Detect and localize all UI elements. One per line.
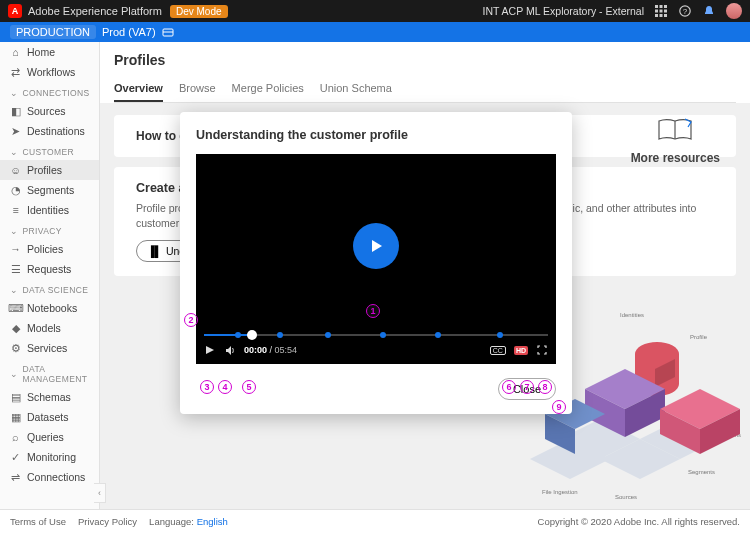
sidebar-item-label: Workflows [27,66,75,78]
left-nav: ⌂Home ⇄Workflows ⌄CONNECTIONS ◧Sources ➤… [0,42,100,509]
chevron-down-icon: ⌄ [10,147,18,157]
sidebar-item-label: Requests [27,263,71,275]
models-icon: ◆ [10,323,21,334]
svg-rect-2 [664,5,667,8]
tab-browse[interactable]: Browse [179,76,216,102]
sidebar-item-label: Destinations [27,125,85,137]
chapter-marker[interactable] [325,332,331,338]
play-icon [367,237,385,255]
footer-language[interactable]: Language: English [149,516,228,527]
captions-button[interactable]: CC [490,346,506,355]
sidebar-item-profiles[interactable]: ☺Profiles [0,160,99,180]
play-small-icon[interactable] [204,344,216,356]
sidebar-item-destinations[interactable]: ➤Destinations [0,121,99,141]
sidebar-item-requests[interactable]: ☰Requests [0,259,99,279]
callout-7: 7 [520,380,534,394]
sidebar-item-policies[interactable]: →Policies [0,239,99,259]
svg-rect-1 [660,5,663,8]
page-title: Profiles [114,52,736,68]
svg-rect-0 [655,5,658,8]
sidebar-group-datascience[interactable]: ⌄DATA SCIENCE [0,279,99,298]
sandbox-icon [162,26,174,38]
sidebar-group-connections[interactable]: ⌄CONNECTIONS [0,82,99,101]
sidebar-item-datasets[interactable]: ▦Datasets [0,407,99,427]
callout-1: 1 [366,304,380,318]
profiles-icon: ☺ [10,165,21,176]
sources-icon: ◧ [10,106,21,117]
sidebar-item-monitoring[interactable]: ✓Monitoring [0,447,99,467]
sidebar-item-label: Services [27,342,67,354]
sidebar-group-label: DATA MANAGEMENT [22,364,89,384]
hd-badge[interactable]: HD [514,346,528,355]
video-progress-bar[interactable] [204,334,548,336]
sidebar-item-label: Profiles [27,164,62,176]
tabs: Overview Browse Merge Policies Union Sch… [114,76,736,103]
more-resources: More resources [631,113,720,165]
chapter-marker[interactable] [380,332,386,338]
sidebar-item-home[interactable]: ⌂Home [0,42,99,62]
dev-mode-badge: Dev Mode [170,5,228,18]
environment-bar: PRODUCTION Prod (VA7) [0,22,750,42]
sidebar-item-workflows[interactable]: ⇄Workflows [0,62,99,82]
svg-marker-33 [226,346,231,355]
footer-copyright: Copyright © 2020 Adobe Inc. All rights r… [538,516,740,527]
progress-thumb[interactable] [247,330,257,340]
sidebar-collapse-button[interactable]: ‹ [94,483,106,503]
tab-union-schema[interactable]: Union Schema [320,76,392,102]
footer: Terms of Use Privacy Policy Language: En… [0,509,750,533]
sidebar-item-notebooks[interactable]: ⌨Notebooks [0,298,99,318]
callout-5: 5 [242,380,256,394]
sidebar-item-label: Home [27,46,55,58]
chapter-marker[interactable] [497,332,503,338]
video-controls: 00:00 / 05:54 CC HD [200,340,552,360]
sidebar-item-services[interactable]: ⚙Services [0,338,99,358]
sidebar-item-label: Policies [27,243,63,255]
notifications-icon[interactable] [702,4,716,18]
sidebar-group-privacy[interactable]: ⌄PRIVACY [0,220,99,239]
volume-icon[interactable] [224,344,236,356]
help-icon[interactable]: ? [678,4,692,18]
svg-marker-31 [372,240,382,252]
footer-privacy[interactable]: Privacy Policy [78,516,137,527]
sidebar-item-identities[interactable]: ≡Identities [0,200,99,220]
callout-8: 8 [538,380,552,394]
sidebar-item-label: Schemas [27,391,71,403]
chevron-down-icon: ⌄ [10,88,18,98]
sidebar-item-queries[interactable]: ⌕Queries [0,427,99,447]
sidebar-group-datamgmt[interactable]: ⌄DATA MANAGEMENT [0,358,99,387]
chapter-marker[interactable] [435,332,441,338]
play-button[interactable] [353,223,399,269]
adobe-logo-icon: A [8,4,22,18]
workflows-icon: ⇄ [10,67,21,78]
org-name[interactable]: INT ACP ML Exploratory - External [483,5,644,17]
video-modal: Understanding the customer profile 00:00… [180,112,572,414]
tab-merge-policies[interactable]: Merge Policies [232,76,304,102]
callout-9: 9 [552,400,566,414]
callout-3: 3 [200,380,214,394]
fullscreen-icon[interactable] [536,344,548,356]
avatar[interactable] [726,3,742,19]
video-player[interactable]: 00:00 / 05:54 CC HD [196,154,556,364]
svg-rect-6 [655,14,658,17]
footer-terms[interactable]: Terms of Use [10,516,66,527]
chapter-marker[interactable] [235,332,241,338]
svg-rect-8 [664,14,667,17]
callout-6: 6 [502,380,516,394]
notebooks-icon: ⌨ [10,303,21,314]
sidebar-item-segments[interactable]: ◔Segments [0,180,99,200]
chevron-down-icon: ⌄ [10,285,18,295]
sidebar-group-customer[interactable]: ⌄CUSTOMER [0,141,99,160]
video-time: 00:00 / 05:54 [244,345,297,355]
sidebar-item-schemas[interactable]: ▤Schemas [0,387,99,407]
sidebar-item-label: Models [27,322,61,334]
apps-icon[interactable] [654,4,668,18]
chapter-marker[interactable] [277,332,283,338]
sidebar-item-models[interactable]: ◆Models [0,318,99,338]
sidebar-item-label: Queries [27,431,64,443]
tab-overview[interactable]: Overview [114,76,163,102]
sidebar-item-connections[interactable]: ⇌Connections [0,467,99,487]
sidebar-item-sources[interactable]: ◧Sources [0,101,99,121]
sidebar-group-label: CUSTOMER [22,147,74,157]
svg-text:Profile: Profile [690,334,708,340]
env-value[interactable]: Prod (VA7) [102,26,156,38]
